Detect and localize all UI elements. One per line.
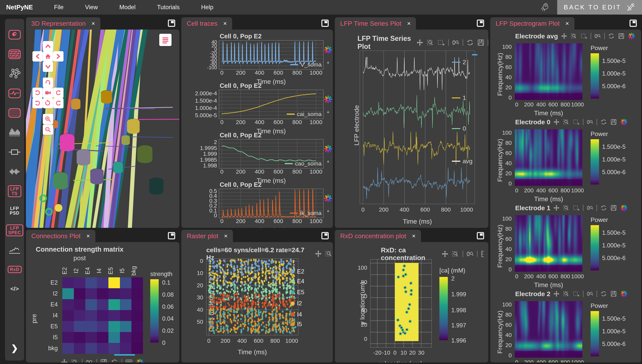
- matrix-cell-E2-E5[interactable]: [108, 277, 120, 288]
- zoom-icon[interactable]: [563, 290, 570, 297]
- matrix-cell-bkg-I2[interactable]: [74, 343, 85, 354]
- raster-plot-area[interactable]: E2E4E5I2I4I5: [206, 258, 298, 336]
- zoom-icon[interactable]: [427, 39, 434, 46]
- rocket-icon[interactable]: [540, 2, 549, 12]
- plotly-logo-icon[interactable]: [324, 46, 333, 55]
- matrix-cell-I5-I2[interactable]: [74, 332, 85, 343]
- matrix-cell-E5-I5[interactable]: [120, 321, 132, 332]
- logo-icon[interactable]: [620, 290, 628, 298]
- sidebar-expand-icon[interactable]: ❯: [11, 343, 18, 353]
- tab-3d-representation[interactable]: 3D Representation ×: [26, 17, 100, 30]
- close-icon[interactable]: ×: [407, 20, 411, 27]
- sidebar-item-boxplot[interactable]: [8, 146, 22, 158]
- legend-item-I2[interactable]: I2: [291, 300, 302, 307]
- rot-cw-button[interactable]: [53, 88, 64, 98]
- chev-left-button[interactable]: [33, 51, 43, 62]
- layers-list-button[interactable]: [159, 34, 172, 46]
- home-button[interactable]: [43, 51, 53, 62]
- collapse-triangle-icon[interactable]: ▲: [326, 159, 330, 164]
- chev-right-button[interactable]: [53, 51, 64, 62]
- tab-raster[interactable]: Raster plot ×: [181, 230, 233, 242]
- matrix-cell-E4-I4[interactable]: [97, 299, 108, 310]
- matrix-cell-E2-I2[interactable]: [74, 277, 85, 288]
- matrix-cell-E2-I5[interactable]: [120, 277, 132, 288]
- matrix-cell-bkg-I5[interactable]: [120, 343, 132, 354]
- matrix-cell-I4-I2[interactable]: [74, 310, 85, 321]
- zoom-icon[interactable]: [563, 204, 570, 211]
- save-icon[interactable]: [100, 358, 108, 362]
- zoom-icon[interactable]: [571, 32, 577, 40]
- sidebar-item-histogram[interactable]: [8, 126, 22, 138]
- connection-matrix-heatmap[interactable]: [62, 277, 143, 354]
- legend-item-1[interactable]: 1: [452, 94, 466, 102]
- rot-reset-button[interactable]: [43, 98, 53, 108]
- pan-icon[interactable]: [416, 39, 424, 46]
- rot-ccw2-button[interactable]: [33, 98, 43, 108]
- close-icon[interactable]: ×: [412, 232, 416, 240]
- 3d-canvas-area[interactable]: [26, 30, 179, 228]
- plotly-logo-icon[interactable]: [324, 95, 333, 104]
- matrix-cell-I5-bkg[interactable]: [132, 332, 143, 343]
- autoscale-icon[interactable]: [452, 39, 459, 46]
- matrix-cell-E5-E5[interactable]: [108, 321, 120, 332]
- zoom-icon[interactable]: [563, 118, 570, 126]
- autoscale-icon[interactable]: [466, 250, 474, 258]
- legend-item-avg[interactable]: avg: [452, 158, 473, 165]
- autoscale-icon[interactable]: [586, 118, 593, 126]
- plotly-logo-icon[interactable]: [324, 144, 333, 154]
- lfp-plot-area[interactable]: 210avg: [360, 51, 475, 204]
- spectrogram-image[interactable]: [515, 215, 582, 272]
- autoscale-icon[interactable]: [586, 290, 593, 297]
- sidebar-item-line-chart[interactable]: [8, 244, 22, 256]
- matrix-cell-E5-E4[interactable]: [85, 321, 97, 332]
- legend-item-0[interactable]: 0: [452, 125, 466, 132]
- matrix-cell-I4-I5[interactable]: [120, 310, 132, 321]
- save-icon[interactable]: [610, 290, 617, 297]
- matrix-cell-I4-E5[interactable]: [108, 310, 120, 321]
- matrix-cell-I2-E5[interactable]: [108, 288, 120, 299]
- legend-item-E2[interactable]: E2: [291, 268, 304, 275]
- sidebar-item-grid-plot[interactable]: [8, 107, 22, 119]
- boxplus-icon[interactable]: [573, 204, 580, 211]
- sidebar-item-lfp-ts[interactable]: LFPTS: [8, 185, 22, 197]
- rot-top-button[interactable]: [43, 78, 53, 88]
- save-icon[interactable]: [610, 118, 617, 126]
- matrix-cell-I4-E2[interactable]: [62, 310, 74, 321]
- sidebar-item-network-graph[interactable]: [8, 68, 22, 80]
- sidebar-item-rxd[interactable]: RxD: [8, 264, 22, 276]
- matrix-cell-E2-bkg[interactable]: [132, 277, 143, 288]
- sidebar-item-wave[interactable]: [8, 166, 22, 178]
- matrix-cell-I4-E4[interactable]: [85, 310, 97, 321]
- pan-icon[interactable]: [553, 118, 560, 126]
- sidebar-item-lfp-psd[interactable]: LFPPSD: [8, 205, 22, 217]
- spectrogram-image[interactable]: [515, 43, 582, 100]
- matrix-cell-I5-E2[interactable]: [62, 332, 74, 343]
- close-icon[interactable]: ×: [224, 232, 228, 240]
- save-icon[interactable]: [618, 32, 625, 40]
- maximize-icon[interactable]: [168, 20, 175, 27]
- reset-icon[interactable]: [600, 290, 607, 297]
- boxplus-icon[interactable]: [573, 118, 580, 126]
- matrix-cell-E4-E4[interactable]: [85, 299, 97, 310]
- trace-plot-area[interactable]: cai_soma: [219, 90, 323, 119]
- pan-icon[interactable]: [441, 250, 449, 258]
- zoom-out-button[interactable]: [43, 124, 53, 135]
- matrix-cell-I2-bkg[interactable]: [132, 288, 143, 299]
- matrix-cell-E5-I2[interactable]: [74, 321, 85, 332]
- matrix-cell-E2-E2[interactable]: [62, 277, 74, 288]
- matrix-cell-I5-I5[interactable]: [120, 332, 132, 343]
- maximize-icon[interactable]: [629, 20, 637, 27]
- logo-icon[interactable]: [628, 32, 635, 40]
- savepartial-icon[interactable]: [481, 250, 488, 258]
- trace-plot-area[interactable]: cao_soma: [219, 139, 323, 168]
- matrix-cell-I5-E4[interactable]: [85, 332, 97, 343]
- close-icon[interactable]: ×: [92, 20, 95, 27]
- autoscale-icon[interactable]: [86, 358, 93, 362]
- pan-icon[interactable]: [314, 250, 322, 258]
- tab-connections[interactable]: Connections Plot ×: [26, 230, 95, 242]
- matrix-cell-E2-E4[interactable]: [85, 277, 97, 288]
- matrix-cell-E4-I2[interactable]: [74, 299, 85, 310]
- spectrogram-image[interactable]: [515, 129, 582, 186]
- trace-plot-area[interactable]: ik_soma: [219, 189, 323, 218]
- chev-down-button[interactable]: [43, 62, 53, 72]
